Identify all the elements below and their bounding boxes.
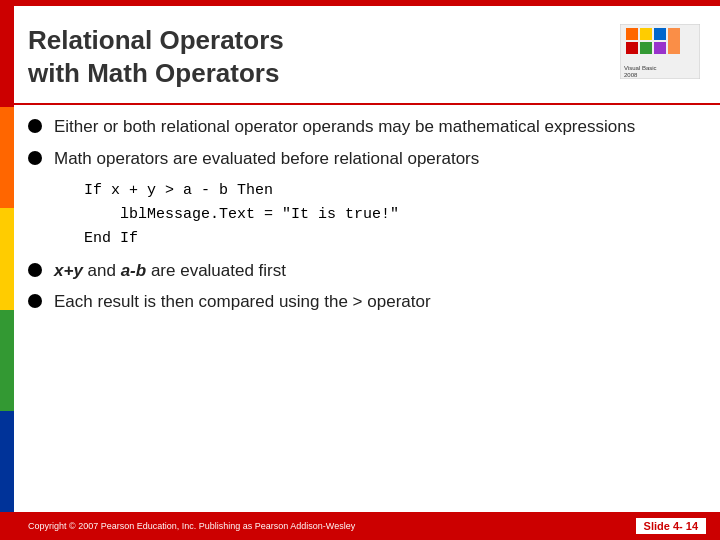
bold-italic-xy: x+y [54,261,83,280]
title-line1: Relational Operators [28,25,284,55]
text-after: are evaluated first [146,261,286,280]
bullet-marker-4 [28,294,42,308]
bullet-text-3: x+y and a-b are evaluated first [54,259,690,283]
code-block: If x + y > a - b Then lblMessage.Text = … [84,179,690,251]
bullet-text-4: Each result is then compared using the >… [54,290,690,314]
bullet-marker-1 [28,119,42,133]
content: Either or both relational operator opera… [0,115,720,540]
svg-text:Visual Basic: Visual Basic [624,65,657,71]
svg-text:2008: 2008 [624,72,638,78]
bullet-text-1: Either or both relational operator opera… [54,115,690,139]
svg-rect-2 [640,28,652,40]
svg-rect-5 [640,42,652,54]
bullet-marker-2 [28,151,42,165]
logo-svg: Visual Basic 2008 [620,24,700,79]
slide: Relational Operators with Math Operators… [0,0,720,540]
code-line3: End If [84,230,138,247]
strip-yellow [0,208,14,309]
text-mid: and [83,261,121,280]
logo: Visual Basic 2008 [620,24,700,79]
code-block-item: If x + y > a - b Then lblMessage.Text = … [28,179,690,251]
header: Relational Operators with Math Operators… [0,6,720,103]
strip-red [0,6,14,107]
slide-number: Slide 4- 14 [636,518,706,534]
footer-copyright: Copyright © 2007 Pearson Education, Inc.… [28,521,355,531]
svg-rect-3 [654,28,666,40]
bullet-marker-3 [28,263,42,277]
bullet-item-4: Each result is then compared using the >… [28,290,690,314]
bullet-text-2: Math operators are evaluated before rela… [54,147,690,171]
strip-orange [0,107,14,208]
bullet-item-3: x+y and a-b are evaluated first [28,259,690,283]
bullet-list: Either or both relational operator opera… [28,115,690,322]
left-sidebar [0,6,14,512]
svg-rect-6 [654,42,666,54]
header-divider [0,103,720,105]
bold-italic-ab: a-b [121,261,147,280]
bullet-item-1: Either or both relational operator opera… [28,115,690,139]
code-line2: lblMessage.Text = "It is true!" [84,206,399,223]
strip-blue [0,411,14,512]
strip-green [0,310,14,411]
code-line1: If x + y > a - b Then [84,182,273,199]
svg-rect-7 [668,28,680,54]
slide-title: Relational Operators with Math Operators [28,24,620,89]
bullet-item-2: Math operators are evaluated before rela… [28,147,690,171]
svg-rect-1 [626,28,638,40]
title-line2: with Math Operators [28,58,279,88]
header-title: Relational Operators with Math Operators [28,24,620,89]
svg-rect-4 [626,42,638,54]
footer: Copyright © 2007 Pearson Education, Inc.… [0,512,720,540]
